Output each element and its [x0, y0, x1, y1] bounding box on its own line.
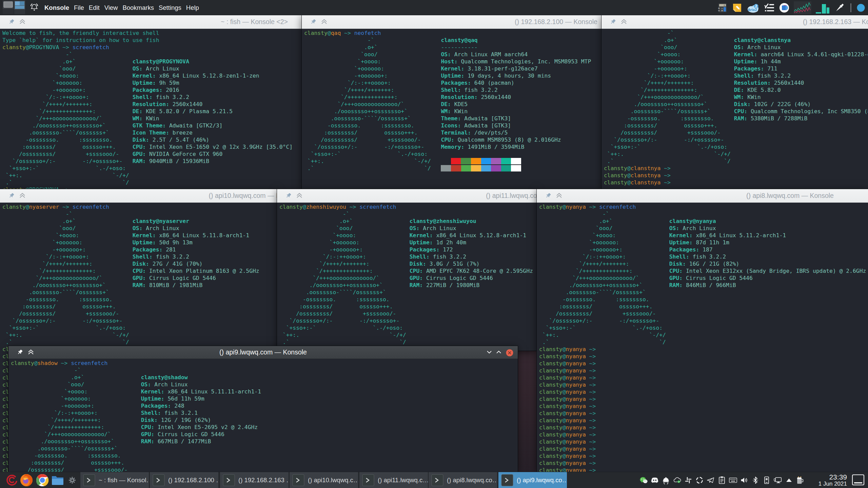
text-segment: Resolution: [734, 80, 771, 86]
text-segment: Shell: [734, 73, 754, 79]
wallet-icon[interactable] [779, 3, 789, 13]
clock[interactable]: 23:39 1 Jun 2021 [811, 472, 847, 488]
text-segment: Packages: [133, 87, 163, 93]
notes-icon[interactable] [732, 3, 742, 13]
text-segment: ~> [660, 179, 674, 186]
discord-icon[interactable] [651, 476, 659, 484]
terminal-line: `/:-:++oooo+: Shell: fish 3.2.2 [539, 253, 868, 260]
text-segment: `/++++/+++++++: [2, 101, 133, 107]
menu-edit[interactable]: Edit [89, 4, 100, 12]
menu-view[interactable]: View [104, 4, 118, 12]
pin-icon[interactable] [8, 192, 15, 199]
show-desktop-icon[interactable] [852, 474, 865, 487]
terminal-line: ./ooosssso++osssssso+` RAM: 227MiB / 198… [279, 282, 537, 289]
task-button-3[interactable]: () api10.lwqwq.c… [289, 472, 358, 488]
shade-icon[interactable] [321, 18, 328, 25]
task-button-6[interactable]: () api9.lwqwq.co… [498, 472, 567, 488]
notifications-bell-icon[interactable] [29, 3, 39, 13]
shade-icon[interactable] [27, 349, 34, 355]
kdeconnect-icon[interactable] [763, 476, 771, 484]
titlebar-api9[interactable]: () api9.lwqwq.com — Konsole [8, 346, 518, 359]
terminal-line: `ooo/ OS: Arch Linux [11, 381, 518, 388]
text-segment: Adwaita [GTK3] [461, 122, 511, 129]
maximize-icon[interactable] [495, 349, 502, 355]
bar-chart-icon[interactable] [816, 2, 829, 14]
titlebar-api8[interactable]: () api8.lwqwq.com — Konsole [537, 189, 868, 203]
shade-icon[interactable] [19, 18, 26, 25]
text-segment: `+oooo: [11, 388, 141, 395]
expand-tray-icon[interactable] [785, 478, 793, 483]
terminal-line: `+sso+:-` `.-/+oso: [304, 150, 601, 158]
pin-icon[interactable] [310, 18, 317, 25]
firefox-icon[interactable] [19, 473, 34, 487]
bluetooth-icon[interactable] [751, 476, 760, 484]
text-segment: -` [604, 30, 674, 36]
chrome-icon[interactable] [35, 473, 50, 487]
shade-icon[interactable] [296, 192, 303, 199]
task-button-4[interactable]: () api11.lwqwq.c… [359, 472, 428, 488]
terminal-api8[interactable]: clansty@nyanya ~> screenfetch -` .o+` cl… [537, 203, 868, 472]
shade-icon[interactable] [19, 192, 26, 199]
app-launcher-icon[interactable] [4, 472, 20, 488]
panel-widgets: 0+ −÷ ×Aria22 [717, 0, 865, 15]
text-segment: GPU: [133, 275, 146, 281]
terminal-api9[interactable]: clansty@shadow ~> screenfetch -` .o+` cl… [8, 359, 518, 472]
menu-file[interactable]: File [74, 4, 84, 12]
close-icon[interactable] [506, 349, 514, 357]
cloud-sync-icon[interactable] [673, 476, 681, 484]
shade-down-icon[interactable] [486, 349, 493, 355]
terminal-c163[interactable]: -` .o+` clansty@clanstnya `ooo/ OS: Arch… [601, 29, 868, 189]
pin-icon[interactable] [545, 192, 552, 199]
text-segment: `/++++/+++++++: [279, 261, 410, 267]
text-segment: OS: [133, 65, 143, 72]
text-segment: RAM: [141, 438, 154, 445]
text-segment: zhenshiwuyou [306, 204, 346, 210]
task-button-2[interactable]: () 192.168.2.163 … [220, 472, 289, 488]
bot-icon[interactable] [662, 476, 670, 484]
slack-icon[interactable] [684, 476, 692, 484]
break-timer-icon[interactable] [796, 475, 804, 485]
telegram-icon[interactable] [707, 476, 715, 484]
task-button-0[interactable]: ~ : fish — Konsol… [80, 472, 149, 488]
pin-icon[interactable] [8, 18, 15, 25]
settings-gear-icon[interactable] [68, 476, 77, 485]
text-segment: Uptime: [441, 73, 464, 79]
menu-help[interactable]: Help [186, 4, 199, 12]
menu-konsole[interactable]: Konsole [44, 4, 69, 12]
terminal-api11[interactable]: clansty@zhenshiwuyou ~> screenfetch -` .… [277, 203, 537, 351]
file-manager-icon[interactable] [51, 474, 64, 486]
clipboard-icon[interactable] [718, 476, 726, 484]
aria2-icon[interactable]: Aria22 [747, 2, 760, 13]
titlebar-c163[interactable]: () 192.168.2.163 — Konsole [601, 15, 868, 29]
text-segment: Icon Theme: [133, 129, 169, 136]
pin-icon[interactable] [285, 192, 292, 199]
display-icon[interactable] [774, 476, 782, 484]
wechat-icon[interactable] [639, 476, 648, 484]
color-picker-icon[interactable] [834, 2, 845, 14]
menu-settings[interactable]: Settings [159, 4, 181, 12]
terminal-fish[interactable]: Welcome to fish, the friendly interactiv… [0, 29, 302, 189]
virtual-desktop-pager[interactable] [3, 1, 25, 14]
volume-icon[interactable] [740, 476, 748, 484]
text-segment: RAM: [669, 282, 683, 288]
titlebar-api11[interactable]: () api11.lwqwq.com — Konsole [277, 189, 537, 203]
user-switcher-icon[interactable] [856, 3, 865, 12]
task-button-5[interactable]: () api8.lwqwq.co… [428, 472, 497, 488]
pin-icon[interactable] [17, 349, 23, 355]
todo-list-icon[interactable] [764, 3, 775, 13]
task-button-1[interactable]: () 192.168.2.100 … [150, 472, 219, 488]
loop-icon[interactable] [695, 476, 704, 484]
titlebar-api10[interactable]: () api10.lwqwq.com — Konsole [0, 189, 277, 203]
keyboard-icon[interactable] [729, 477, 737, 484]
pin-icon[interactable] [610, 18, 616, 25]
shade-icon[interactable] [556, 192, 563, 199]
calculator-icon[interactable]: 0+ −÷ × [717, 3, 728, 13]
shade-icon[interactable] [620, 18, 627, 25]
text-segment: clansty [539, 389, 563, 395]
menu-bookmarks[interactable]: Bookmarks [122, 4, 154, 12]
titlebar-qaq[interactable]: () 192.168.2.100 — Konsole [302, 15, 601, 29]
terminal-qaq[interactable]: clansty@qaq ~> neofetch -` clansty@qaq .… [302, 29, 601, 189]
titlebar-fish[interactable]: ~ : fish — Konsole <2> [0, 15, 302, 29]
text-segment: clanstnya [631, 172, 661, 179]
stock-chart-icon[interactable] [794, 1, 811, 14]
